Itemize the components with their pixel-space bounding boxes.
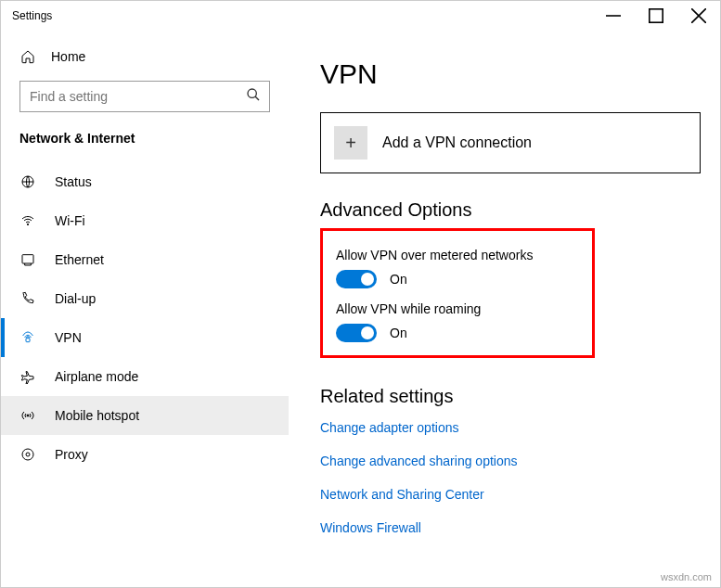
nav-label: Dial-up bbox=[55, 291, 96, 306]
nav-label: VPN bbox=[55, 330, 82, 345]
link-network-center[interactable]: Network and Sharing Center bbox=[320, 487, 698, 502]
airplane-icon bbox=[19, 369, 36, 384]
add-vpn-label: Add a VPN connection bbox=[382, 134, 532, 151]
sidebar-item-status[interactable]: Status bbox=[1, 162, 289, 201]
svg-point-3 bbox=[27, 224, 28, 224]
svg-rect-5 bbox=[26, 339, 30, 342]
category-header: Network & Internet bbox=[1, 127, 289, 159]
maximize-icon bbox=[649, 8, 663, 23]
svg-rect-4 bbox=[22, 255, 33, 263]
maximize-button[interactable] bbox=[635, 1, 677, 31]
main-content: VPN + Add a VPN connection Advanced Opti… bbox=[289, 31, 720, 588]
svg-rect-0 bbox=[650, 9, 663, 22]
toggle-roaming-row: Allow VPN while roaming On bbox=[336, 301, 579, 342]
related-links: Change adapter options Change advanced s… bbox=[320, 420, 698, 535]
hotspot-icon bbox=[19, 408, 36, 423]
search-icon bbox=[246, 87, 261, 106]
proxy-icon bbox=[19, 447, 36, 462]
minimize-button[interactable] bbox=[592, 1, 635, 31]
advanced-options-title: Advanced Options bbox=[320, 199, 698, 221]
home-label: Home bbox=[51, 49, 85, 64]
related-settings-title: Related settings bbox=[320, 386, 698, 407]
toggle-roaming[interactable] bbox=[336, 324, 377, 342]
home-link[interactable]: Home bbox=[1, 42, 289, 71]
link-adapter-options[interactable]: Change adapter options bbox=[320, 420, 698, 435]
toggle-metered-row: Allow VPN over metered networks On bbox=[336, 248, 579, 288]
nav-list: Status Wi-Fi Ethernet Dial-up bbox=[1, 162, 289, 474]
watermark: wsxdn.com bbox=[661, 571, 712, 582]
sidebar: Home Network & Internet Status bbox=[1, 31, 289, 588]
nav-label: Wi-Fi bbox=[55, 213, 85, 228]
add-vpn-button[interactable]: + Add a VPN connection bbox=[320, 112, 701, 173]
sidebar-item-proxy[interactable]: Proxy bbox=[1, 435, 289, 474]
page-title: VPN bbox=[320, 58, 698, 90]
wifi-icon bbox=[19, 213, 36, 228]
sidebar-item-wifi[interactable]: Wi-Fi bbox=[1, 201, 289, 240]
toggle-metered-label: Allow VPN over metered networks bbox=[336, 248, 579, 262]
sidebar-item-airplane[interactable]: Airplane mode bbox=[1, 357, 289, 396]
nav-label: Airplane mode bbox=[55, 369, 138, 384]
search-input[interactable] bbox=[19, 81, 270, 112]
titlebar: Settings bbox=[1, 1, 720, 31]
sidebar-item-ethernet[interactable]: Ethernet bbox=[1, 240, 289, 279]
sidebar-item-dialup[interactable]: Dial-up bbox=[1, 279, 289, 318]
svg-point-6 bbox=[27, 415, 29, 416]
nav-label: Proxy bbox=[55, 447, 88, 462]
nav-label: Mobile hotspot bbox=[55, 408, 139, 423]
nav-label: Status bbox=[55, 174, 92, 189]
home-icon bbox=[19, 49, 36, 64]
link-windows-firewall[interactable]: Windows Firewall bbox=[320, 520, 698, 535]
nav-label: Ethernet bbox=[55, 252, 104, 267]
ethernet-icon bbox=[19, 252, 36, 267]
toggle-metered-state: On bbox=[390, 272, 407, 287]
svg-point-7 bbox=[22, 449, 33, 460]
close-button[interactable] bbox=[677, 1, 720, 31]
toggle-roaming-state: On bbox=[390, 326, 407, 340]
toggle-metered[interactable] bbox=[336, 270, 377, 288]
dialup-icon bbox=[19, 291, 36, 306]
status-icon bbox=[19, 174, 36, 189]
svg-point-8 bbox=[26, 453, 30, 456]
close-icon bbox=[691, 8, 706, 23]
highlight-box: Allow VPN over metered networks On Allow… bbox=[320, 228, 595, 358]
svg-point-1 bbox=[248, 89, 256, 97]
link-sharing-options[interactable]: Change advanced sharing options bbox=[320, 454, 698, 468]
window-title: Settings bbox=[12, 9, 52, 22]
plus-icon: + bbox=[334, 126, 367, 160]
sidebar-item-hotspot[interactable]: Mobile hotspot bbox=[1, 396, 289, 435]
vpn-icon bbox=[19, 330, 36, 345]
sidebar-item-vpn[interactable]: VPN bbox=[1, 318, 289, 357]
toggle-roaming-label: Allow VPN while roaming bbox=[336, 301, 579, 316]
window-controls bbox=[592, 1, 720, 31]
minimize-icon bbox=[606, 8, 621, 23]
